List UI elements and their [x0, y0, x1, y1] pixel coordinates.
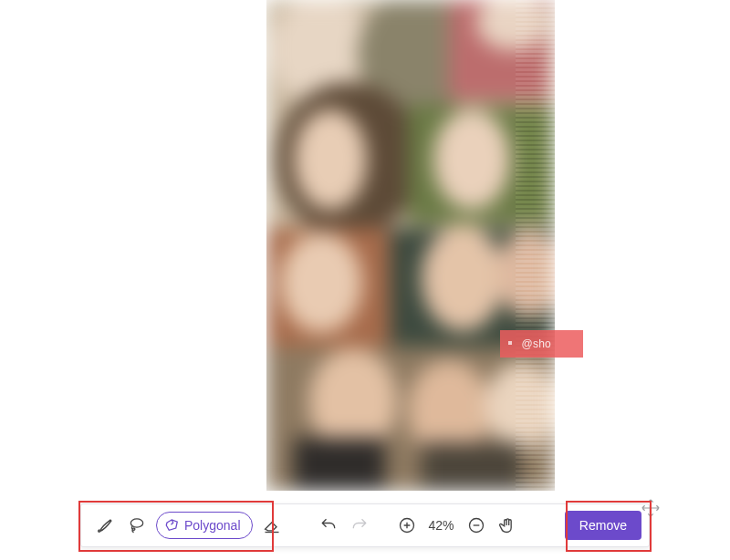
polygonal-label: Polygonal [184, 518, 241, 533]
zoom-in-button[interactable] [394, 513, 420, 538]
brush-tool[interactable] [93, 513, 119, 538]
watermark-badge: @sho [500, 330, 583, 358]
svg-rect-19 [422, 442, 522, 491]
svg-point-12 [422, 225, 504, 331]
move-handle[interactable] [641, 498, 661, 518]
undo-button[interactable] [316, 513, 341, 538]
svg-point-6 [294, 109, 367, 210]
svg-point-8 [433, 109, 510, 210]
glitch-strip [516, 0, 555, 491]
pan-tool[interactable] [495, 513, 520, 538]
minus-circle-icon [467, 516, 485, 534]
svg-point-10 [280, 233, 362, 333]
polygonal-tool[interactable]: Polygonal [156, 512, 253, 539]
hand-icon [498, 516, 516, 534]
undo-icon [319, 516, 338, 534]
zoom-out-button[interactable] [464, 513, 489, 538]
zoom-level: 42% [426, 518, 457, 533]
remove-label: Remove [579, 518, 627, 533]
plus-circle-icon [398, 516, 416, 534]
svg-rect-18 [294, 438, 385, 491]
move-icon [641, 498, 661, 518]
editor-stage: @sho Polygonal 42% [0, 0, 730, 560]
polygonal-icon [164, 517, 181, 534]
brush-icon [97, 516, 115, 534]
watermark-text: @sho [522, 337, 551, 350]
image-canvas[interactable] [266, 0, 555, 491]
eraser-tool[interactable] [259, 513, 285, 538]
lasso-icon [128, 516, 146, 534]
lasso-tool[interactable] [124, 513, 150, 538]
redo-button[interactable] [347, 513, 372, 538]
eraser-icon [263, 516, 281, 534]
svg-point-20 [130, 519, 142, 527]
toolbar: Polygonal 42% Remove [80, 503, 650, 547]
remove-button[interactable]: Remove [565, 511, 641, 540]
redo-icon [350, 516, 369, 534]
